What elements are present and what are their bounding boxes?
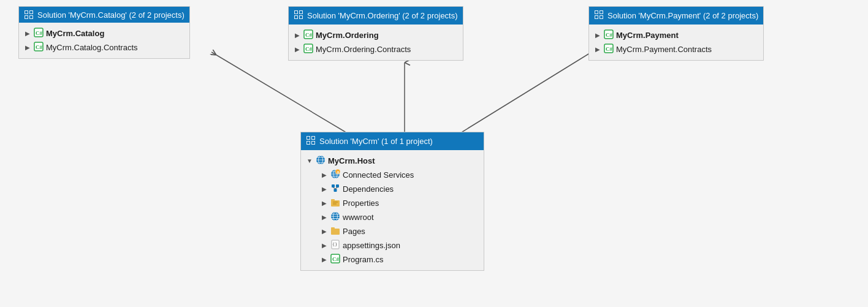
ordering-project-contracts[interactable]: C# MyCrm.Ordering.Contracts xyxy=(289,42,463,56)
item-dependencies[interactable]: Dependencies xyxy=(301,182,484,196)
icon-globe-host xyxy=(316,155,326,167)
svg-text:C#: C# xyxy=(332,256,339,262)
icon-csharp-payment: C# xyxy=(604,29,614,41)
icon-csharp-ordering: C# xyxy=(303,29,313,41)
solution-catalog: Solution 'MyCrm.Catalog' (2 of 2 project… xyxy=(18,6,190,59)
payment-project-contracts[interactable]: C# MyCrm.Payment.Contracts xyxy=(589,42,763,56)
svg-rect-7 xyxy=(30,16,32,18)
item-pages[interactable]: Pages xyxy=(301,224,484,238)
item-appsettings[interactable]: {} appsettings.json xyxy=(301,238,484,252)
svg-rect-41 xyxy=(312,137,314,139)
expand-pages[interactable] xyxy=(321,228,328,235)
svg-rect-70 xyxy=(331,229,340,235)
appsettings-label: appsettings.json xyxy=(343,241,400,250)
svg-rect-18 xyxy=(295,16,297,18)
icon-csharp-payment-contracts: C# xyxy=(604,44,614,55)
solution-mycrm: Solution 'MyCrm' (1 of 1 project) MyCrm.… xyxy=(300,132,484,271)
item-program[interactable]: C# Program.cs xyxy=(301,252,484,267)
expand-wwwroot[interactable] xyxy=(321,214,328,221)
item-wwwroot[interactable]: wwwroot xyxy=(301,210,484,224)
expand-appsettings[interactable] xyxy=(321,242,328,249)
svg-rect-56 xyxy=(332,184,335,188)
pages-label: Pages xyxy=(343,227,365,236)
expand-connected[interactable] xyxy=(321,172,328,179)
icon-program-cs: C# xyxy=(330,254,340,265)
expand-ordering-contracts[interactable] xyxy=(294,46,301,53)
icon-csharp-catalog: C# xyxy=(34,28,44,39)
solution-catalog-header: Solution 'MyCrm.Catalog' (2 of 2 project… xyxy=(19,7,189,23)
svg-rect-16 xyxy=(295,11,297,13)
solution-catalog-title: Solution 'MyCrm.Catalog' (2 of 2 project… xyxy=(37,10,185,20)
svg-rect-71 xyxy=(331,227,335,229)
connected-services-label: Connected Services xyxy=(343,170,414,180)
solution-mycrm-icon xyxy=(306,135,316,147)
payment-contracts-label: MyCrm.Payment.Contracts xyxy=(616,45,712,54)
icon-properties-folder xyxy=(330,197,340,209)
svg-text:C#: C# xyxy=(606,32,612,38)
expand-payment-contracts[interactable] xyxy=(594,46,601,53)
svg-rect-31 xyxy=(600,16,603,18)
solution-payment: Solution 'MyCrm.Payment' (2 of 2 project… xyxy=(588,6,764,61)
solution-catalog-body: C# MyCrm.Catalog C# MyCrm.Catalog.Contra… xyxy=(19,23,189,58)
item-connected-services[interactable]: ⚙ Connected Services xyxy=(301,168,484,182)
icon-csharp-catalog-contracts: C# xyxy=(34,42,44,53)
expand-ordering-main[interactable] xyxy=(294,32,301,39)
program-label: Program.cs xyxy=(343,255,383,264)
svg-line-59 xyxy=(333,188,336,189)
svg-line-60 xyxy=(335,188,338,189)
solution-payment-title: Solution 'MyCrm.Payment' (2 of 2 project… xyxy=(607,11,758,20)
expand-program[interactable] xyxy=(321,256,328,263)
ordering-main-label: MyCrm.Ordering xyxy=(316,31,379,40)
expand-catalog-main[interactable] xyxy=(24,30,31,37)
dependencies-label: Dependencies xyxy=(343,184,394,194)
catalog-contracts-label: MyCrm.Catalog.Contracts xyxy=(46,43,138,52)
solution-payment-icon xyxy=(594,10,604,21)
svg-rect-43 xyxy=(312,142,314,144)
svg-text:C#: C# xyxy=(606,46,612,52)
ordering-project-main[interactable]: C# MyCrm.Ordering xyxy=(289,28,463,42)
solution-ordering-title: Solution 'MyCrm.Ordering' (2 of 2 projec… xyxy=(307,11,458,20)
solution-mycrm-header: Solution 'MyCrm' (1 of 1 project) xyxy=(301,132,484,150)
icon-pages-folder xyxy=(330,226,340,237)
svg-rect-19 xyxy=(300,16,302,18)
solution-ordering-icon xyxy=(294,10,303,21)
properties-label: Properties xyxy=(343,199,379,208)
expand-catalog-contracts[interactable] xyxy=(24,44,31,51)
svg-rect-40 xyxy=(307,137,310,139)
catalog-project-main[interactable]: C# MyCrm.Catalog xyxy=(19,26,189,40)
svg-rect-63 xyxy=(333,202,338,203)
solution-ordering-body: C# MyCrm.Ordering C# MyCrm.Ordering.Cont… xyxy=(289,25,463,60)
wwwroot-label: wwwroot xyxy=(343,213,374,222)
svg-rect-30 xyxy=(595,16,598,18)
svg-rect-28 xyxy=(595,11,598,13)
arrow-to-payment xyxy=(447,52,592,141)
svg-rect-58 xyxy=(334,189,337,192)
solution-mycrm-body: MyCrm.Host ⚙ Connected Services xyxy=(301,150,484,270)
svg-rect-57 xyxy=(336,184,339,188)
mycrm-host-item[interactable]: MyCrm.Host xyxy=(301,154,484,168)
solution-ordering-header: Solution 'MyCrm.Ordering' (2 of 2 projec… xyxy=(289,7,463,25)
icon-dependencies xyxy=(330,183,340,195)
svg-rect-5 xyxy=(30,11,32,13)
svg-text:C#: C# xyxy=(36,30,42,36)
ordering-contracts-label: MyCrm.Ordering.Contracts xyxy=(316,45,411,54)
solution-catalog-icon xyxy=(24,10,34,20)
expand-mycrm-host[interactable] xyxy=(306,157,313,165)
payment-main-label: MyCrm.Payment xyxy=(616,31,679,40)
solution-mycrm-title: Solution 'MyCrm' (1 of 1 project) xyxy=(319,137,433,146)
svg-rect-17 xyxy=(300,11,302,13)
catalog-project-contracts[interactable]: C# MyCrm.Catalog.Contracts xyxy=(19,40,189,55)
svg-rect-29 xyxy=(600,11,603,13)
item-properties[interactable]: Properties xyxy=(301,196,484,210)
expand-props[interactable] xyxy=(321,200,328,207)
payment-project-main[interactable]: C# MyCrm.Payment xyxy=(589,28,763,42)
icon-wwwroot xyxy=(330,211,340,223)
mycrm-host-label: MyCrm.Host xyxy=(328,156,375,165)
svg-rect-4 xyxy=(25,11,28,13)
svg-text:C#: C# xyxy=(36,44,42,50)
expand-payment-main[interactable] xyxy=(594,32,601,39)
svg-rect-6 xyxy=(25,16,28,18)
expand-deps[interactable] xyxy=(321,186,328,193)
solution-payment-header: Solution 'MyCrm.Payment' (2 of 2 project… xyxy=(589,7,763,25)
svg-text:C#: C# xyxy=(305,32,312,38)
